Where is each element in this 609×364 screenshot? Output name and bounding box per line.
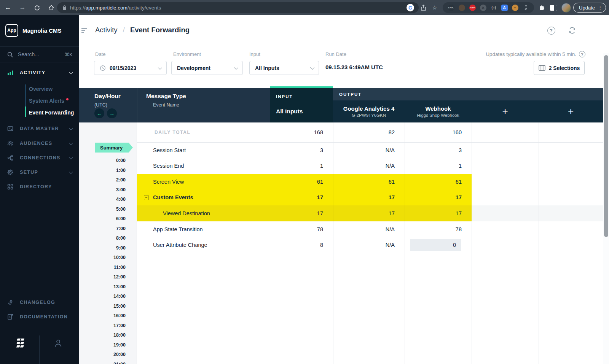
hour-label[interactable]: 12:00: [79, 274, 126, 280]
add-output-column-button[interactable]: +: [539, 100, 603, 122]
table-row-viewed-destination[interactable]: Viewed Destination 17 17 17: [137, 205, 603, 221]
sidebar-item-data-master[interactable]: DATA MASTER: [0, 123, 79, 134]
hour-label[interactable]: 0:00: [79, 157, 126, 164]
hour-label[interactable]: 6:00: [79, 216, 126, 222]
output-column-webhook[interactable]: Webhook Higgs Shop Webhook: [405, 100, 472, 122]
sidebar-item-label: ACTIVITY: [20, 70, 45, 75]
input-filter-label: Input: [249, 51, 260, 57]
robot-extension-icon[interactable]: [456, 3, 467, 12]
hour-label[interactable]: 21:00: [79, 361, 126, 364]
output-column-google-analytics[interactable]: Google Analytics 4 G-2PW9TY6GKN: [333, 100, 405, 122]
adblock-plus-icon[interactable]: ABP: [467, 3, 478, 12]
hour-label[interactable]: 5:00: [79, 206, 126, 212]
collapse-row-icon[interactable]: −: [144, 195, 149, 200]
hour-label[interactable]: 17:00: [79, 323, 126, 329]
page-scrollbar[interactable]: [603, 53, 609, 364]
next-day-button[interactable]: →: [107, 108, 117, 118]
table-row-screen-view[interactable]: Screen View 61 61 61: [137, 174, 603, 190]
chrome-menu-icon[interactable]: ⋮: [598, 5, 603, 10]
columns-icon: [539, 65, 545, 71]
environment-dropdown[interactable]: Development: [171, 61, 243, 75]
update-button[interactable]: Update ⋮: [573, 3, 606, 13]
hour-label[interactable]: 2:00: [79, 177, 126, 183]
reload-icon[interactable]: [30, 2, 43, 13]
cookie-extension-icon[interactable]: [510, 3, 520, 12]
table-row-app-state-transition[interactable]: App State Transition 78 N/A 78: [137, 221, 603, 237]
summary-tab[interactable]: Summary: [95, 143, 133, 153]
address-bar[interactable]: https://app.mparticle.com/activity/event…: [57, 2, 419, 13]
home-icon[interactable]: [45, 2, 58, 13]
scrollbar-thumb[interactable]: [604, 55, 608, 237]
output-tab[interactable]: OUTPUT Google Analytics 4 G-2PW9TY6GKN W…: [333, 88, 603, 122]
forward-icon[interactable]: →: [16, 2, 29, 13]
sidebar-item-audiences[interactable]: AUDIENCES: [0, 138, 79, 149]
mparticle-logo-icon[interactable]: [13, 338, 26, 349]
prev-day-button[interactable]: ←: [94, 108, 104, 118]
gear-icon: [7, 169, 14, 176]
chevron-down-icon: [69, 141, 73, 145]
selections-button[interactable]: 2 Selections: [534, 61, 585, 75]
input-tab[interactable]: INPUT All Inputs: [270, 88, 333, 122]
sidebar-item-connections[interactable]: CONNECTIONS: [0, 152, 79, 164]
hour-label[interactable]: 9:00: [79, 245, 126, 251]
sidebar-item-documentation[interactable]: DOCUMENTATION: [0, 311, 79, 323]
hour-label[interactable]: 3:00: [79, 187, 126, 193]
share-icon[interactable]: [418, 2, 429, 13]
hour-label[interactable]: 18:00: [79, 332, 126, 338]
sidebar-item-directory[interactable]: DIRECTORY: [0, 181, 79, 192]
braces-extension-icon[interactable]: {≡}: [488, 3, 499, 12]
hour-label[interactable]: 8:00: [79, 235, 126, 241]
day-hour-header: Day/Hour (UTC) ← →: [79, 88, 137, 122]
hour-label[interactable]: 1:00: [79, 167, 126, 173]
hour-label[interactable]: 14:00: [79, 293, 126, 299]
sidebar-item-event-forwarding[interactable]: Event Forwarding: [29, 108, 74, 117]
daily-total-webhook: 160: [405, 122, 472, 142]
figure-extension-icon[interactable]: [520, 3, 531, 12]
table-row-session-start[interactable]: Session Start 3 N/A 3: [137, 142, 603, 158]
reader-mode-icon[interactable]: [548, 2, 559, 13]
alert-badge: [66, 98, 69, 100]
sidebar-item-changelog[interactable]: CHANGELOG: [0, 297, 79, 308]
hour-label[interactable]: 7:00: [79, 226, 126, 232]
google-icon[interactable]: G: [407, 4, 414, 11]
sidebar-item-system-alerts[interactable]: System Alerts: [29, 97, 69, 105]
close-circle-extension-icon[interactable]: ✕: [478, 3, 488, 12]
help-button[interactable]: ?: [547, 26, 556, 35]
url-text: https://app.mparticle.com/activity/event…: [70, 5, 161, 11]
table-row-custom-events[interactable]: − Custom Events 17 17 17: [137, 190, 603, 206]
back-icon[interactable]: ←: [2, 2, 14, 13]
puzzle-extensions-icon[interactable]: [536, 2, 548, 13]
hour-label[interactable]: 16:00: [79, 313, 126, 319]
audiences-icon: [7, 140, 14, 147]
all-inputs-column-header: All Inputs: [276, 108, 303, 115]
refresh-button[interactable]: [568, 26, 577, 35]
plus-icon: +: [502, 106, 508, 118]
hour-label[interactable]: 15:00: [79, 303, 126, 309]
table-row-user-attribute-change[interactable]: User Attribute Change 8 N/A 0: [137, 237, 603, 253]
updates-help-icon[interactable]: ?: [579, 51, 585, 57]
profile-avatar[interactable]: [561, 3, 571, 13]
hour-label[interactable]: 10:00: [79, 254, 126, 261]
hour-label[interactable]: 20:00: [79, 351, 126, 358]
sidebar-item-overview[interactable]: Overview: [29, 85, 53, 93]
add-output-column-button[interactable]: +: [472, 100, 539, 122]
user-profile-icon[interactable]: [54, 339, 62, 348]
hour-label[interactable]: 4:00: [79, 196, 126, 202]
search-input[interactable]: Search... ⌘K: [0, 46, 79, 62]
sidebar: App Magnolia CMS Search... ⌘K ACTIVITY O…: [0, 15, 79, 364]
app-name: Magnolia CMS: [22, 27, 62, 34]
hour-label[interactable]: 11:00: [79, 264, 126, 270]
hour-label[interactable]: 19:00: [79, 342, 126, 348]
date-dropdown[interactable]: 09/15/2023: [94, 61, 167, 75]
table-row-session-end[interactable]: Session End 1 N/A 1: [137, 158, 603, 174]
sidebar-item-setup[interactable]: SETUP: [0, 167, 79, 178]
translate-extension-icon[interactable]: A: [499, 3, 510, 12]
sidebar-item-activity[interactable]: ACTIVITY: [0, 67, 79, 78]
hour-label[interactable]: 13:00: [79, 284, 126, 290]
filter-lines-icon[interactable]: [81, 28, 88, 33]
input-dropdown[interactable]: All Inputs: [249, 61, 319, 75]
bookmark-star-icon[interactable]: ☆: [429, 2, 440, 13]
breadcrumb-activity[interactable]: Activity: [95, 26, 118, 34]
directory-icon: [7, 183, 14, 190]
saul-extension-icon[interactable]: SAUL: [446, 3, 456, 12]
